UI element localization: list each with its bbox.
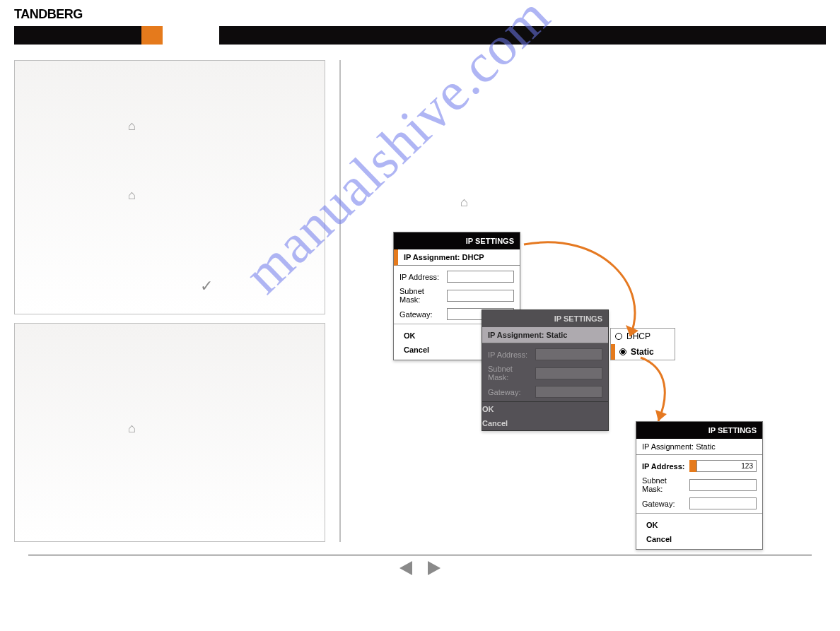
subnet-mask-label: Subnet Mask: (642, 476, 689, 493)
header-accent-white (163, 26, 219, 45)
arrow-icon (619, 354, 683, 432)
dialog-title: IP SETTINGS (394, 232, 520, 249)
ip-assignment-label: IP Assignment: (404, 253, 460, 261)
subnet-mask-field[interactable] (447, 290, 514, 302)
ip-address-label: IP Address: (399, 273, 439, 281)
panel-right: ⌂ IP SETTINGS IP Assignment: DHCP IP Add… (339, 60, 341, 542)
page-navigation (14, 561, 826, 577)
ip-address-label: IP Address: (642, 462, 685, 471)
text-cursor (689, 460, 696, 472)
subnet-mask-field (535, 367, 602, 379)
ip-assignment-row[interactable]: IP Assignment: Static (636, 439, 762, 455)
panel-top-left: ⌂ ⌂ ✓ (14, 60, 325, 314)
ip-assignment-row[interactable]: IP Assignment: DHCP (394, 249, 520, 266)
next-page-button[interactable] (428, 561, 441, 575)
brand-logo: TANDBERG (14, 7, 826, 22)
home-icon: ⌂ (128, 188, 136, 203)
cancel-button[interactable]: Cancel (482, 416, 608, 430)
arrow-icon (517, 237, 658, 358)
ok-button[interactable]: OK (646, 518, 755, 532)
subnet-mask-label: Subnet Mask: (399, 287, 447, 304)
previous-page-button[interactable] (399, 561, 412, 575)
home-icon: ⌂ (460, 195, 468, 210)
check-icon: ✓ (200, 277, 213, 295)
ip-settings-dialog-static-edit: IP SETTINGS IP Assignment: Static IP Add… (636, 421, 763, 550)
gateway-field[interactable] (689, 497, 757, 509)
gateway-label: Gateway: (399, 310, 432, 319)
header-bar (14, 26, 826, 45)
home-icon: ⌂ (128, 421, 136, 436)
ip-assignment-value: DHCP (462, 253, 484, 261)
home-icon: ⌂ (128, 119, 136, 134)
ip-address-field[interactable]: 123 (696, 460, 757, 472)
gateway-label: Gateway: (642, 500, 675, 508)
footer-divider (28, 555, 812, 555)
subnet-mask-label: Subnet Mask: (488, 365, 535, 382)
subnet-mask-field[interactable] (689, 479, 757, 491)
ip-address-field[interactable] (447, 271, 514, 283)
cancel-button[interactable]: Cancel (646, 532, 755, 546)
gateway-field (535, 386, 602, 398)
panel-bottom-left: ⌂ (14, 323, 325, 542)
gateway-label: Gateway: (488, 388, 520, 396)
ok-button[interactable]: OK (482, 402, 608, 416)
header-accent-orange (141, 26, 163, 45)
